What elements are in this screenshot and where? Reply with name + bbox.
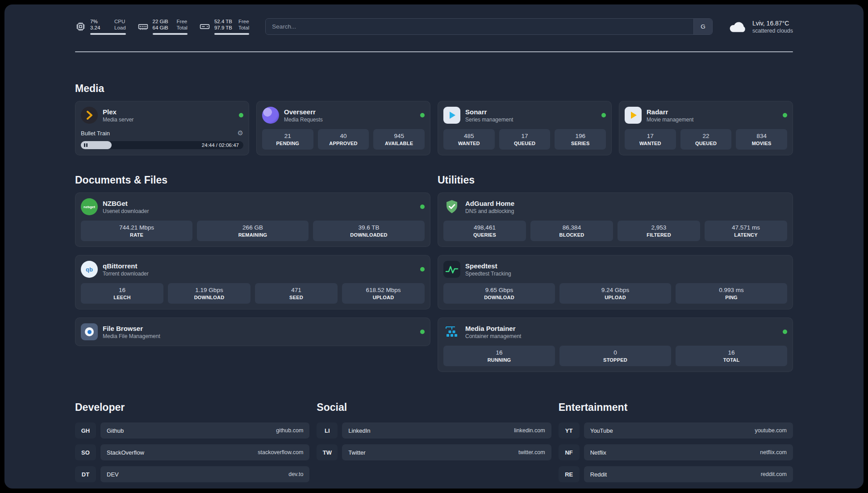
stat-value: 266 GB [199,224,307,231]
stat-label: BLOCKED [532,232,611,238]
app-speedtest[interactable]: Speedtest Speedtest Tracking [443,261,787,278]
bookmark-pill[interactable]: LinkedIn linkedin.com [342,422,551,439]
stat-queued: 22 QUEUED [680,129,732,150]
weather-location: Lviv, 16.87°C [752,20,793,27]
settings-gear-icon[interactable]: ⚙︎ [238,129,243,137]
app-name: NZBGet [103,200,149,207]
app-card-speedtest: Speedtest Speedtest Tracking 9.65 Gbps D… [438,255,793,309]
bookmark-pill[interactable]: Github github.com [100,422,309,439]
app-plex[interactable]: Plex Media server [81,107,243,124]
bookmark-row-twitter[interactable]: TW Twitter twitter.com [317,444,551,460]
ram-total-value: 64 GiB [153,25,171,31]
bookmark-row-stackoverflow[interactable]: SO StackOverflow stackoverflow.com [75,444,309,460]
bookmark-url: twitter.com [518,449,545,455]
app-subtitle: Media Requests [284,117,323,123]
bookmark-row-youtube[interactable]: YT YouTube youtube.com [559,422,793,439]
status-dot [420,330,425,334]
bookmark-abbr: NF [559,444,580,460]
search-input[interactable] [266,19,693,34]
cpu-progress-bar [90,33,126,35]
app-qbittorrent[interactable]: qb qBittorrent Torrent downloader [81,261,425,278]
stat-value: 744.21 Mbps [83,224,191,231]
stat-label: QUEUED [501,141,549,146]
section-title-entertainment: Entertainment [559,401,793,414]
app-nzbget[interactable]: nzbget NZBGet Usenet downloader [81,198,425,215]
stat-tiles: 9.65 Gbps DOWNLOAD 9.24 Gbps UPLOAD 0.99… [443,283,787,304]
bookmark-url: youtube.com [755,427,787,434]
dashboard-panel: 7% 3.24 CPU Load [4,4,864,489]
stat-running: 16 RUNNING [443,346,555,366]
app-meta: Radarr Movie management [647,108,693,123]
stat-value: 498,461 [445,224,524,231]
bookmark-url: github.com [276,427,303,434]
app-name: File Browser [103,325,160,332]
media-cards: Plex Media server Bullet Train ⚙︎ 24:44 … [75,101,793,155]
stat-value: 22 [682,133,730,139]
cpu-readout: 7% 3.24 CPU Load [90,18,126,35]
bookmark-pill[interactable]: Reddit reddit.com [584,466,793,482]
filebrowser-icon [81,323,98,340]
stat-label: AVAILABLE [375,141,423,146]
bookmark-row-reddit[interactable]: RE Reddit reddit.com [559,466,793,482]
bookmark-pill[interactable]: YouTube youtube.com [584,422,793,439]
radarr-icon [625,107,642,124]
bookmark-row-github[interactable]: GH Github github.com [75,422,309,439]
progress-fill [81,141,112,149]
bookmark-name: DEV [107,471,119,478]
section-developer: Developer GH Github github.com SO StackO… [75,401,309,482]
bookmark-abbr: TW [317,444,338,460]
disk-free-value: 52.4 TB [214,18,233,25]
section-media: Media Plex Media server Bullet Train ⚙︎ [75,83,793,155]
search-engine-button[interactable]: G [693,19,712,34]
status-dot [420,267,425,272]
app-name: Media Portainer [465,325,521,332]
app-subtitle: DNS and adblocking [465,208,514,214]
app-subtitle: Speedtest Tracking [465,271,511,277]
app-overseerr[interactable]: Overseerr Media Requests [262,107,425,124]
app-subtitle: Torrent downloader [103,271,149,277]
bookmark-pill[interactable]: StackOverflow stackoverflow.com [100,444,309,460]
ram-total-label: Total [177,25,188,31]
cpu-icon [75,21,86,32]
bookmark-row-dev[interactable]: DT DEV dev.to [75,466,309,482]
bookmark-name: Twitter [348,449,365,456]
pause-icon[interactable] [84,143,88,147]
stat-value: 485 [445,133,493,139]
app-radarr[interactable]: Radarr Movie management [625,107,787,124]
section-documents: Documents & Files nzbget NZBGet Usenet d… [75,174,430,372]
stat-value: 196 [556,133,604,139]
stat-label: RUNNING [445,357,553,363]
app-filebrowser[interactable]: File Browser Media File Management [81,323,425,340]
bookmark-pill[interactable]: Twitter twitter.com [342,444,551,460]
bookmark-pill[interactable]: DEV dev.to [100,466,309,482]
stat-value: 21 [264,133,312,139]
stat-movies: 834 MOVIES [736,129,787,150]
app-card-overseerr: Overseerr Media Requests 21 PENDING 40 A… [256,101,430,155]
bookmark-abbr: YT [559,422,580,439]
app-portainer[interactable]: Media Portainer Container management [443,323,787,340]
bookmark-pill[interactable]: Netflix netflix.com [584,444,793,460]
cpu-widget: 7% 3.24 CPU Load [75,18,126,35]
app-name: Plex [103,108,134,116]
stat-value: 2,953 [619,224,698,231]
speedtest-icon [443,261,460,278]
app-name: AdGuard Home [465,200,514,207]
disk-icon [199,21,210,32]
app-meta: Sonarr Series management [465,108,513,123]
cpu-load-label: Load [114,25,126,31]
bookmark-row-netflix[interactable]: NF Netflix netflix.com [559,444,793,460]
bookmark-columns: Developer GH Github github.com SO StackO… [75,401,793,482]
app-meta: qBittorrent Torrent downloader [103,262,149,277]
now-playing-row: Bullet Train ⚙︎ [81,129,243,137]
app-adguard[interactable]: AdGuard Home DNS and adblocking [443,198,787,215]
stat-tiles: 744.21 Mbps RATE 266 GB REMAINING 39.6 T… [81,221,425,241]
plex-icon [81,107,98,124]
disk-readout: 52.4 TB 97.9 TB Free Total [214,18,249,35]
stat-remaining: 266 GB REMAINING [197,221,309,241]
ram-free-value: 22 GiB [153,18,171,25]
bookmark-row-linkedin[interactable]: LI LinkedIn linkedin.com [317,422,551,439]
stat-label: RATE [83,232,191,238]
status-dot [239,113,243,117]
app-sonarr[interactable]: Sonarr Series management [443,107,606,124]
media-progress-bar[interactable]: 24:44 / 02:06:47 [81,141,243,149]
